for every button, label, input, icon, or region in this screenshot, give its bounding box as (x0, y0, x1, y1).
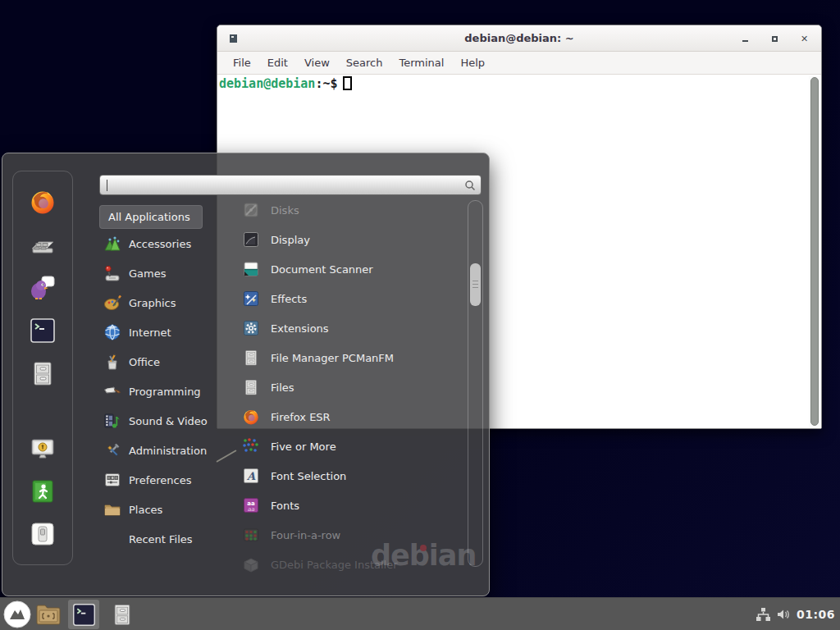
app-fonts[interactable]: aaaa Fonts (234, 491, 467, 520)
file-cabinet-icon (242, 378, 260, 396)
terminal-scrollbar[interactable] (809, 75, 820, 427)
app-font-selection[interactable]: A Font Selection (234, 461, 467, 491)
app-files[interactable]: Files (234, 372, 467, 402)
category-administration[interactable]: Administration (99, 436, 231, 465)
menu-edit[interactable]: Edit (259, 53, 296, 72)
games-icon (103, 264, 121, 282)
taskbar-menu-button[interactable] (2, 600, 33, 629)
close-icon: ✕ (801, 34, 808, 44)
category-accessories[interactable]: Accessories (99, 229, 231, 258)
svg-text:A: A (246, 470, 256, 482)
app-gdebi-package-installer[interactable]: GDebi Package Installer (234, 550, 467, 579)
app-effects[interactable]: Effects (234, 284, 467, 313)
file-cabinet-icon (242, 349, 260, 367)
terminal-icon (71, 602, 97, 628)
prompt-user-host: debian@debian (219, 76, 315, 91)
five-or-more-icon (242, 437, 260, 455)
categories-column: All Applications Accessories Games Graph… (99, 205, 231, 554)
category-recent-files[interactable]: Recent Files (99, 524, 231, 554)
volume-icon[interactable] (776, 607, 792, 622)
category-graphics[interactable]: Graphics (99, 288, 231, 317)
taskbar-terminal-button[interactable] (68, 600, 99, 629)
category-preferences[interactable]: Preferences (99, 465, 231, 495)
document-scanner-icon (242, 260, 260, 278)
favorite-pidgin[interactable] (29, 274, 57, 302)
menu-search[interactable]: Search (338, 53, 391, 72)
maximize-button[interactable] (771, 35, 778, 43)
category-games[interactable]: Games (99, 258, 231, 288)
category-programming[interactable]: Programming (99, 377, 231, 406)
menu-terminal[interactable]: Terminal (390, 53, 452, 72)
menu-help[interactable]: Help (452, 53, 493, 72)
system-tray: 01:06 (756, 598, 835, 630)
close-button[interactable]: ✕ (801, 35, 808, 43)
file-cabinet-icon (110, 602, 135, 627)
category-places[interactable]: Places (99, 495, 231, 524)
favorite-logout[interactable] (29, 477, 57, 505)
terminal-scrollbar-thumb[interactable] (810, 77, 819, 426)
taskbar-file-manager-button[interactable] (33, 600, 64, 629)
app-five-or-more[interactable]: Five or More (234, 431, 467, 461)
menu-scrollbar-thumb[interactable] (470, 263, 481, 306)
svg-text:aa: aa (248, 506, 255, 513)
category-office[interactable]: Office (99, 347, 231, 377)
category-sound-video[interactable]: Sound & Video (99, 406, 231, 436)
terminal-titlebar[interactable]: debian@debian: ~ ✕ (217, 25, 821, 52)
applications-list: Disks Display Document Scanner Effects E… (234, 195, 467, 579)
terminal-cursor (343, 76, 352, 90)
extensions-icon (242, 319, 260, 337)
taskbar-clock[interactable]: 01:06 (797, 608, 835, 621)
gdebi-icon (242, 555, 260, 573)
favorite-shutdown[interactable] (29, 520, 57, 548)
app-firefox-esr[interactable]: Firefox ESR (234, 402, 467, 431)
category-all-applications[interactable]: All Applications (99, 205, 203, 229)
taskbar-files-button[interactable] (107, 600, 138, 629)
app-extensions[interactable]: Extensions (234, 313, 467, 343)
favorites-column (12, 171, 73, 565)
terminal-window-icon (230, 34, 237, 43)
app-document-scanner[interactable]: Document Scanner (234, 254, 467, 284)
effects-icon (242, 290, 260, 308)
lock-screen-icon (29, 435, 57, 463)
favorite-lock-screen[interactable] (29, 435, 57, 463)
taskbar: 01:06 (0, 597, 840, 630)
minimize-button[interactable] (742, 35, 749, 43)
programming-icon (103, 382, 121, 400)
favorite-terminal[interactable] (29, 317, 57, 345)
favorite-firefox[interactable] (29, 188, 57, 216)
app-file-manager-pcmanfm[interactable]: File Manager PCManFM (234, 343, 467, 372)
menu-view[interactable]: View (296, 53, 338, 72)
app-four-in-a-row[interactable]: Four-in-a-row (234, 520, 467, 550)
firefox-icon (29, 188, 57, 216)
app-disks[interactable]: Disks (234, 195, 467, 225)
favorite-file-manager[interactable] (29, 359, 57, 387)
desktop: debian@debian: ~ ✕ File Edit View Search… (0, 0, 840, 630)
folder-icon (35, 602, 62, 627)
menu-scrollbar-track[interactable] (468, 200, 483, 567)
menu-file[interactable]: File (225, 53, 259, 72)
pidgin-icon (29, 274, 57, 302)
font-selection-icon: A (242, 467, 260, 485)
search-icon (464, 180, 476, 191)
terminal-title: debian@debian: ~ (464, 32, 573, 44)
app-display[interactable]: Display (234, 225, 467, 254)
fonts-icon: aaaa (242, 496, 260, 514)
shutdown-icon (29, 520, 57, 548)
scrollbar-grip-icon (472, 281, 478, 289)
terminal-icon (29, 317, 57, 345)
office-icon (103, 353, 121, 371)
internet-icon (103, 323, 121, 341)
category-internet[interactable]: Internet (99, 317, 231, 347)
search-input[interactable] (106, 178, 459, 192)
menu-search-field (99, 175, 482, 195)
logout-icon (29, 477, 57, 505)
administration-icon (103, 441, 121, 459)
debian-watermark-dot (420, 545, 427, 551)
preferences-icon (103, 471, 121, 489)
four-in-a-row-icon (242, 526, 260, 544)
terminal-menubar: File Edit View Search Terminal Help (217, 52, 821, 75)
network-icon[interactable] (756, 607, 771, 622)
application-menu: All Applications Accessories Games Graph… (2, 153, 490, 596)
favorite-package-manager[interactable] (29, 231, 57, 258)
sound-video-icon (103, 412, 121, 430)
